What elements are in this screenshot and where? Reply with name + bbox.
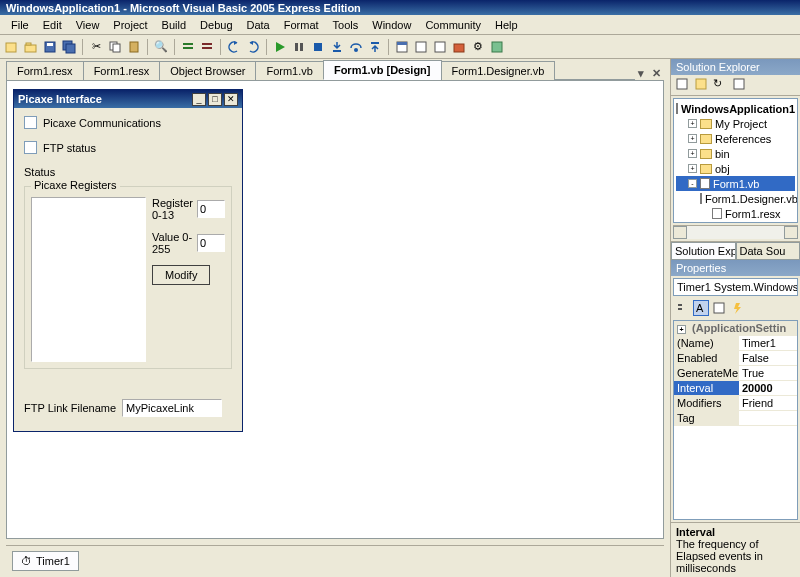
paste-icon[interactable] — [126, 39, 142, 55]
tree-item-my-project[interactable]: +My Project — [676, 116, 795, 131]
new-project-icon[interactable] — [4, 39, 20, 55]
property-row[interactable]: Tag — [674, 411, 797, 426]
menu-help[interactable]: Help — [488, 17, 525, 33]
data-sources-tab[interactable]: Data Sou — [736, 242, 801, 260]
redo-icon[interactable] — [245, 39, 261, 55]
properties-page-icon[interactable] — [711, 300, 727, 316]
tools-icon[interactable]: ⚙ — [470, 39, 486, 55]
tab-object-browser[interactable]: Object Browser — [159, 61, 256, 80]
property-row[interactable]: + (ApplicationSettin — [674, 321, 797, 336]
show-all-icon[interactable] — [694, 77, 710, 93]
cut-icon[interactable]: ✂ — [88, 39, 104, 55]
property-grid[interactable]: + (ApplicationSettin(Name)Timer1EnabledF… — [673, 320, 798, 520]
component-tray[interactable]: ⏱ Timer1 — [6, 545, 664, 575]
register-input[interactable] — [197, 200, 225, 218]
toolbox-icon[interactable] — [451, 39, 467, 55]
picaxe-comms-checkbox[interactable] — [24, 116, 37, 129]
refresh-icon[interactable]: ↻ — [713, 77, 729, 93]
picaxe-registers-group: Picaxe Registers Register 0-13 Value 0-2… — [24, 186, 232, 369]
start-icon[interactable] — [272, 39, 288, 55]
menu-build[interactable]: Build — [155, 17, 193, 33]
window3-icon[interactable] — [432, 39, 448, 55]
tree-item-bin[interactable]: +bin — [676, 146, 795, 161]
menu-tools[interactable]: Tools — [326, 17, 366, 33]
property-row[interactable]: EnabledFalse — [674, 351, 797, 366]
property-row[interactable]: ModifiersFriend — [674, 396, 797, 411]
form-designer[interactable]: Picaxe Interface _ □ ✕ Picaxe Communicat… — [6, 80, 664, 539]
window2-icon[interactable] — [413, 39, 429, 55]
tab-form1-resx[interactable]: Form1.resx — [6, 61, 84, 80]
tab-form1-resx[interactable]: Form1.resx — [83, 61, 161, 80]
solution-explorer-tab[interactable]: Solution Explorer — [671, 242, 736, 260]
tree-scrollbar[interactable] — [673, 225, 798, 239]
menu-debug[interactable]: Debug — [193, 17, 239, 33]
menu-project[interactable]: Project — [106, 17, 154, 33]
expand-icon[interactable]: - — [688, 179, 697, 188]
solution-tree[interactable]: WindowsApplication1+My Project+Reference… — [673, 98, 798, 223]
ftp-status-checkbox[interactable] — [24, 141, 37, 154]
expand-icon[interactable]: + — [688, 134, 697, 143]
expand-icon[interactable]: + — [688, 164, 697, 173]
tree-item-obj[interactable]: +obj — [676, 161, 795, 176]
extra-icon[interactable] — [489, 39, 505, 55]
tree-item-form1-resx[interactable]: Form1.resx — [676, 206, 795, 221]
tab-form1-vb[interactable]: Form1.vb — [255, 61, 323, 80]
tabs-dropdown-icon[interactable]: ▾ — [635, 67, 647, 80]
file-icon — [712, 208, 722, 219]
value-input[interactable] — [197, 234, 225, 252]
close-icon[interactable]: ✕ — [224, 93, 238, 106]
tab-form1-vb-design-[interactable]: Form1.vb [Design] — [323, 60, 442, 80]
tree-item-references[interactable]: +References — [676, 131, 795, 146]
expand-icon[interactable]: + — [688, 149, 697, 158]
menu-community[interactable]: Community — [418, 17, 488, 33]
menu-view[interactable]: View — [69, 17, 107, 33]
view-code-icon[interactable] — [732, 77, 748, 93]
expand-icon[interactable]: + — [688, 119, 697, 128]
property-row[interactable]: GenerateMemberTrue — [674, 366, 797, 381]
undo-icon[interactable] — [226, 39, 242, 55]
events-icon[interactable] — [729, 300, 745, 316]
uncomment-icon[interactable] — [199, 39, 215, 55]
save-icon[interactable] — [42, 39, 58, 55]
minimize-icon[interactable]: _ — [192, 93, 206, 106]
properties-object-combo[interactable]: Timer1 System.Windows.Forms — [673, 278, 798, 296]
alphabetical-icon[interactable]: A — [693, 300, 709, 316]
open-icon[interactable] — [23, 39, 39, 55]
step-into-icon[interactable] — [329, 39, 345, 55]
properties-icon[interactable] — [675, 77, 691, 93]
registers-listbox[interactable] — [31, 197, 146, 362]
categorized-icon[interactable] — [675, 300, 691, 316]
tab-form1-designer-vb[interactable]: Form1.Designer.vb — [441, 61, 556, 80]
tree-item-form1-designer-vb[interactable]: Form1.Designer.vb — [676, 191, 795, 206]
menu-format[interactable]: Format — [277, 17, 326, 33]
ftp-filename-input[interactable] — [122, 399, 222, 417]
tree-item-windowsapplication1-te[interactable]: WindowsApplication1_Te — [676, 221, 795, 223]
save-all-icon[interactable] — [61, 39, 77, 55]
design-form-window[interactable]: Picaxe Interface _ □ ✕ Picaxe Communicat… — [13, 89, 243, 432]
property-description: Interval The frequency of Elapsed events… — [671, 522, 800, 577]
stop-icon[interactable] — [310, 39, 326, 55]
maximize-icon[interactable]: □ — [208, 93, 222, 106]
tree-item-windowsapplication1[interactable]: WindowsApplication1 — [676, 101, 795, 116]
tabs-close-icon[interactable]: ✕ — [649, 67, 664, 80]
modify-button[interactable]: Modify — [152, 265, 210, 285]
step-over-icon[interactable] — [348, 39, 364, 55]
property-row[interactable]: (Name)Timer1 — [674, 336, 797, 351]
menu-file[interactable]: File — [4, 17, 36, 33]
copy-icon[interactable] — [107, 39, 123, 55]
scroll-left-icon[interactable] — [673, 226, 687, 239]
tree-item-form1-vb[interactable]: -Form1.vb — [676, 176, 795, 191]
menu-window[interactable]: Window — [365, 17, 418, 33]
pause-icon[interactable] — [291, 39, 307, 55]
timer-component[interactable]: ⏱ Timer1 — [12, 551, 79, 571]
comment-icon[interactable] — [180, 39, 196, 55]
step-out-icon[interactable] — [367, 39, 383, 55]
menu-data[interactable]: Data — [240, 17, 277, 33]
menu-edit[interactable]: Edit — [36, 17, 69, 33]
window1-icon[interactable] — [394, 39, 410, 55]
form-titlebar[interactable]: Picaxe Interface _ □ ✕ — [14, 90, 242, 108]
file-icon — [700, 178, 710, 189]
scroll-right-icon[interactable] — [784, 226, 798, 239]
find-icon[interactable]: 🔍 — [153, 39, 169, 55]
property-row[interactable]: Interval20000 — [674, 381, 797, 396]
